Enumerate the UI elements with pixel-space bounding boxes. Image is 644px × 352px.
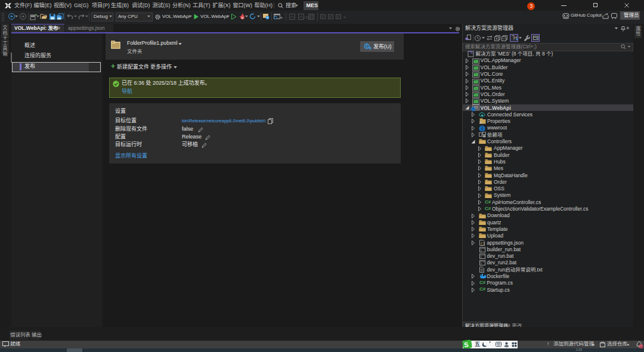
svg-text:{}: {} bbox=[481, 242, 485, 246]
